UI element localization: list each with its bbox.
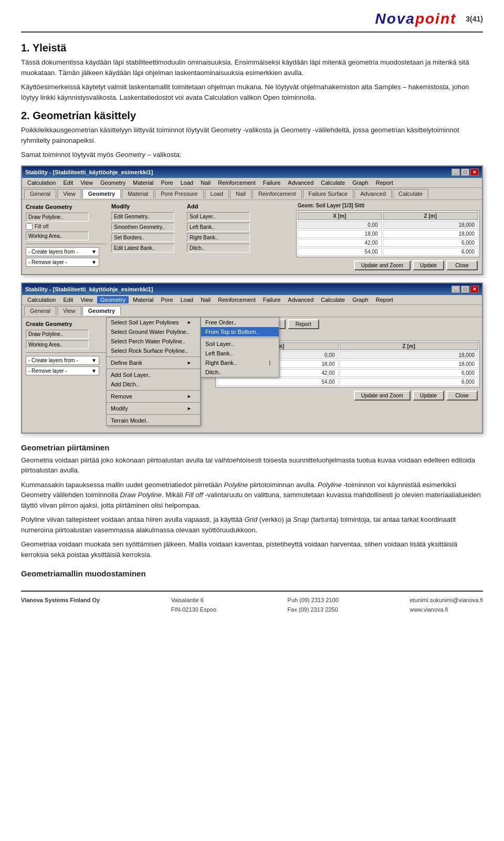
ditch-button[interactable]: Ditch.. bbox=[187, 244, 250, 253]
win1-minimize[interactable]: _ bbox=[452, 169, 460, 176]
w2-menu-view[interactable]: View bbox=[77, 296, 96, 303]
w2-close-button[interactable]: Close bbox=[446, 391, 478, 401]
tab-failure-surface[interactable]: Failure Surface bbox=[303, 189, 354, 198]
w2-menu-graph[interactable]: Graph bbox=[349, 296, 372, 303]
menu-edit[interactable]: Edit bbox=[60, 179, 76, 186]
w2-tab-general[interactable]: General bbox=[24, 306, 56, 316]
update-button[interactable]: Update bbox=[413, 260, 444, 270]
close-button[interactable]: Close bbox=[446, 260, 478, 270]
w2-update-zoom-button[interactable]: Update and Zoom bbox=[354, 391, 411, 401]
add-label: Add bbox=[187, 203, 250, 209]
w2-menu-calculation[interactable]: Calculation bbox=[24, 296, 59, 303]
fill-off-checkbox[interactable] bbox=[26, 223, 33, 230]
win2-minimize[interactable]: _ bbox=[452, 286, 460, 293]
dropdown-define-bank[interactable]: Define Bank ► bbox=[107, 358, 200, 367]
cell-z: 18,000 bbox=[383, 221, 478, 229]
tab-advanced[interactable]: Advanced bbox=[354, 189, 392, 198]
dropdown-modify[interactable]: Modify ► bbox=[107, 404, 200, 413]
w2-tab-view[interactable]: View bbox=[57, 306, 81, 316]
subdrop-left-bank[interactable]: Left Bank.. bbox=[201, 349, 279, 358]
subdrop-ditch[interactable]: Ditch.. bbox=[201, 367, 279, 377]
w2-menu-calculate[interactable]: Calculate bbox=[318, 296, 348, 303]
subdrop-from-top[interactable]: From Top to Bottom.. bbox=[201, 327, 279, 337]
tab-nail[interactable]: Nail bbox=[230, 189, 251, 198]
menu-load[interactable]: Load bbox=[177, 179, 196, 186]
menu-reinforcement[interactable]: Reinforcement bbox=[215, 179, 259, 186]
w2-create-layers-dropdown[interactable]: - Create layers from - ▼ bbox=[26, 356, 99, 365]
subdrop-soil-layer[interactable]: Soil Layer.. bbox=[201, 339, 279, 349]
dropdown-terrain-model[interactable]: Terrain Model.. bbox=[107, 416, 200, 425]
menu-calculation[interactable]: Calculation bbox=[24, 179, 59, 186]
update-zoom-button[interactable]: Update and Zoom bbox=[354, 260, 411, 270]
tab-general[interactable]: General bbox=[24, 189, 56, 198]
menu-calculate[interactable]: Calculate bbox=[318, 179, 348, 186]
create-layers-dropdown[interactable]: - Create layers from - ▼ bbox=[26, 247, 99, 256]
w2-menu-failure[interactable]: Failure bbox=[260, 296, 284, 303]
w2-report-btn[interactable]: Report bbox=[288, 319, 319, 329]
tab-calculate[interactable]: Calculate bbox=[393, 189, 428, 198]
footer-company: Vianova Systems Finland Oy bbox=[21, 596, 100, 614]
menu-material[interactable]: Material bbox=[130, 179, 156, 186]
dropdown-select-soil[interactable]: Select Soil Layer Polylines ► bbox=[107, 318, 200, 327]
w2-menu-edit[interactable]: Edit bbox=[60, 296, 76, 303]
tab-reinforcement[interactable]: Reinforcement bbox=[253, 189, 302, 198]
dropdown-remove[interactable]: Remove ► bbox=[107, 392, 200, 401]
window2-screenshot: Stability - [Stabiliteetti_käyttöohje_es… bbox=[21, 282, 483, 434]
smoothen-geometry-button[interactable]: Smoothen Geometry.. bbox=[111, 223, 174, 232]
subdrop-right-bank[interactable]: Right Bank.. | bbox=[201, 358, 279, 367]
sub-dropdown-soil[interactable]: Free Order.. From Top to Bottom.. Soil L… bbox=[201, 317, 279, 377]
w2-remove-layer-dropdown[interactable]: - Remove layer - ▼ bbox=[26, 366, 99, 375]
draw-polyline-button[interactable]: Draw Polyline.. bbox=[26, 213, 89, 222]
w2-update-button[interactable]: Update bbox=[413, 391, 444, 401]
menu-pore[interactable]: Pore bbox=[158, 179, 176, 186]
win1-close[interactable]: ✕ bbox=[470, 169, 479, 176]
soil-layer-button[interactable]: Soil Layer.. bbox=[187, 212, 250, 221]
w2-menu-report[interactable]: Report bbox=[373, 296, 396, 303]
win2-controls[interactable]: _ □ ✕ bbox=[452, 286, 479, 293]
w2-working-area-button[interactable]: Working Area.. bbox=[26, 340, 89, 349]
separator1 bbox=[26, 244, 107, 244]
edit-geometry-button[interactable]: Edit Geometry.. bbox=[111, 212, 174, 221]
subdrop-free-order[interactable]: Free Order.. bbox=[201, 318, 279, 327]
w2-menu-geometry[interactable]: Geometry bbox=[97, 296, 129, 303]
menu-geometry[interactable]: Geometry bbox=[97, 179, 129, 186]
menu-graph[interactable]: Graph bbox=[349, 179, 372, 186]
tab-pore-pressure[interactable]: Pore Pressure bbox=[155, 189, 203, 198]
tab-view[interactable]: View bbox=[57, 189, 81, 198]
edit-latest-bank-button[interactable]: Edit Latest Bank.. bbox=[111, 244, 174, 253]
w2-menu-nail[interactable]: Nail bbox=[197, 296, 214, 303]
remove-layer-dropdown[interactable]: - Remove layer - ▼ bbox=[26, 258, 99, 267]
w2-draw-polyline-button[interactable]: Draw Polyline.. bbox=[26, 330, 89, 339]
dropdown-select-perch-water[interactable]: Select Perch Water Polyline.. bbox=[107, 337, 200, 346]
table-row: 18,00 18,000 bbox=[298, 230, 478, 238]
dropdown-add-soil-layer[interactable]: Add Soil Layer.. bbox=[107, 370, 200, 380]
tab-geometry[interactable]: Geometry bbox=[82, 189, 121, 198]
w2-menu-advanced[interactable]: Advanced bbox=[285, 296, 317, 303]
w2-menu-pore[interactable]: Pore bbox=[158, 296, 176, 303]
win1-maximize[interactable]: □ bbox=[461, 169, 469, 176]
working-area-button[interactable]: Working Area.. bbox=[26, 232, 89, 240]
w2-menu-reinforcement[interactable]: Reinforcement bbox=[215, 296, 259, 303]
right-bank-button[interactable]: Right Bank.. bbox=[187, 233, 250, 242]
menu-advanced[interactable]: Advanced bbox=[285, 179, 317, 186]
menu-report[interactable]: Report bbox=[373, 179, 396, 186]
w2-tab-geometry[interactable]: Geometry bbox=[82, 306, 121, 316]
win2-toolbar: General View Geometry bbox=[22, 305, 482, 317]
win1-controls[interactable]: _ □ ✕ bbox=[452, 169, 479, 176]
menu-failure[interactable]: Failure bbox=[260, 179, 284, 186]
win2-maximize[interactable]: □ bbox=[461, 286, 469, 293]
menu-view[interactable]: View bbox=[77, 179, 96, 186]
geometry-dropdown[interactable]: Select Soil Layer Polylines ► Select Gro… bbox=[106, 317, 201, 426]
tab-material[interactable]: Material bbox=[122, 189, 154, 198]
w2-menu-material[interactable]: Material bbox=[130, 296, 156, 303]
dropdown-add-ditch[interactable]: Add Ditch.. bbox=[107, 380, 200, 389]
dropdown-select-groundwater[interactable]: Select Ground Water Polyline.. bbox=[107, 327, 200, 337]
menu-nail[interactable]: Nail bbox=[197, 179, 214, 186]
set-borders-button[interactable]: Set Borders.. bbox=[111, 233, 174, 242]
w2-menu-load[interactable]: Load bbox=[177, 296, 196, 303]
dropdown-select-rock[interactable]: Select Rock Surface Polyline.. bbox=[107, 346, 200, 355]
win2-close[interactable]: ✕ bbox=[470, 286, 479, 293]
dropdown-sep3 bbox=[107, 390, 200, 391]
left-bank-button[interactable]: Left Bank.. bbox=[187, 223, 250, 232]
tab-load[interactable]: Load bbox=[205, 189, 229, 198]
